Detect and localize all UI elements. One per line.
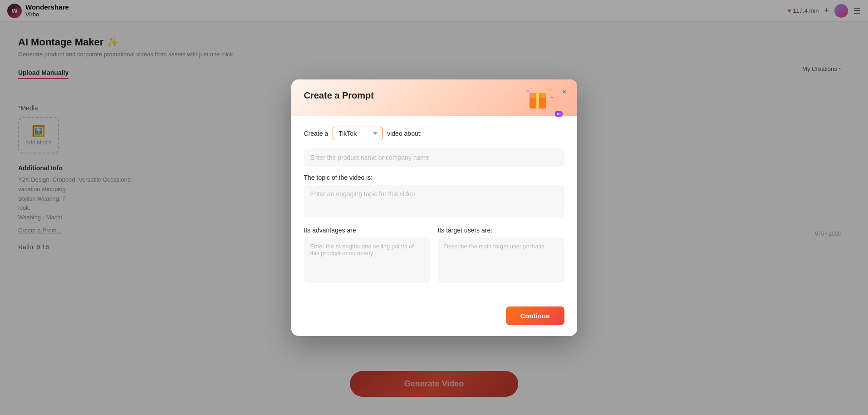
- advantages-section: Its advantages are:: [304, 227, 431, 285]
- modal: Create a Prompt × ★ ★: [291, 79, 577, 336]
- continue-button[interactable]: Continue: [506, 306, 564, 325]
- svg-text:★: ★: [548, 86, 553, 93]
- modal-body: Create a TikTok YouTube Instagram Facebo…: [291, 116, 577, 301]
- ai-promo-icon: ★ ★ ✦ AI: [523, 83, 559, 114]
- topic-textarea[interactable]: [304, 185, 564, 217]
- target-users-textarea[interactable]: [438, 237, 564, 283]
- advantages-textarea[interactable]: [304, 237, 431, 283]
- modal-footer: Continue: [291, 301, 577, 336]
- svg-text:✦: ✦: [550, 95, 554, 100]
- product-name-input[interactable]: [304, 148, 564, 167]
- modal-close-button[interactable]: ×: [558, 86, 571, 99]
- video-about-label: video about:: [387, 130, 422, 137]
- platform-select[interactable]: TikTok YouTube Instagram Facebook: [333, 127, 383, 140]
- target-users-label: Its target users are:: [438, 227, 564, 234]
- svg-rect-2: [536, 93, 539, 109]
- create-row: Create a TikTok YouTube Instagram Facebo…: [304, 127, 564, 140]
- target-users-section: Its target users are:: [438, 227, 564, 285]
- ai-badge: AI: [555, 111, 563, 117]
- create-prefix-label: Create a: [304, 130, 329, 137]
- modal-overlay: Create a Prompt × ★ ★: [0, 0, 868, 415]
- two-col-section: Its advantages are: Its target users are…: [304, 227, 564, 285]
- topic-section-label: The topic of the video is:: [304, 174, 564, 181]
- hero-icon-wrap: ★ ★ ✦ AI: [523, 83, 559, 112]
- advantages-label: Its advantages are:: [304, 227, 431, 234]
- modal-header: Create a Prompt × ★ ★: [291, 79, 577, 116]
- svg-text:★: ★: [526, 89, 530, 93]
